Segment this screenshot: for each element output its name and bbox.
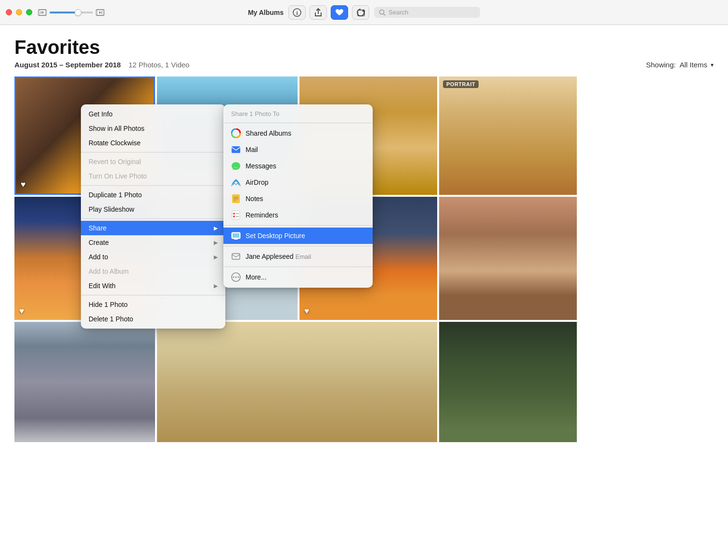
svg-marker-4 — [99, 11, 101, 14]
shared-albums-icon — [231, 128, 241, 138]
menu-item-label: Hide 1 Photo — [89, 301, 128, 308]
menu-item-rotate[interactable]: Rotate Clockwise — [81, 136, 225, 150]
submenu-item-notes[interactable]: Notes — [223, 191, 373, 207]
submenu-item-label: Shared Albums — [246, 129, 291, 137]
submenu-item-label: AirDrop — [246, 178, 268, 186]
context-menu: Get Info Show in All Photos Rotate Clock… — [81, 104, 225, 329]
share-button[interactable] — [310, 5, 327, 20]
svg-rect-13 — [232, 146, 240, 153]
photo-item[interactable]: PORTRAIT — [439, 76, 577, 195]
page-meta-row: August 2015 – September 2018 12 Photos, … — [14, 61, 714, 69]
slideshow-controls — [38, 9, 104, 16]
heart-icon: ♥ — [304, 306, 309, 316]
svg-text:...: ... — [234, 164, 238, 169]
photo-item[interactable] — [439, 197, 577, 320]
date-range: August 2015 – September 2018 — [14, 61, 121, 69]
submenu-arrow-icon: ▶ — [214, 225, 218, 231]
svg-point-24 — [233, 216, 235, 217]
svg-point-32 — [233, 277, 234, 278]
airdrop-icon — [231, 178, 241, 187]
menu-item-create[interactable]: Create ▶ — [81, 235, 225, 250]
submenu-item-label: Mail — [246, 146, 258, 153]
next-slideshow-icon[interactable] — [96, 9, 104, 16]
svg-point-33 — [238, 277, 239, 278]
showing-control[interactable]: Showing: All Items ▾ — [646, 61, 714, 69]
notes-icon — [231, 194, 241, 204]
share-submenu: Share 1 Photo To Shared Albums Mail ... … — [223, 104, 373, 288]
titlebar: My Albums i Search — [0, 0, 728, 25]
menu-item-add-to[interactable]: Add to ▶ — [81, 250, 225, 264]
menu-item-label: Play Slideshow — [89, 205, 134, 213]
zoom-slider[interactable] — [50, 12, 93, 13]
submenu-divider — [223, 267, 373, 267]
photo-item[interactable] — [14, 322, 155, 442]
search-box[interactable]: Search — [374, 7, 480, 18]
submenu-item-jane[interactable]: Jane Appleseed Email — [223, 248, 373, 265]
photo-item[interactable] — [439, 322, 577, 442]
menu-item-get-info[interactable]: Get Info — [81, 107, 225, 121]
menu-divider — [81, 185, 225, 186]
menu-item-label: Duplicate 1 Photo — [89, 191, 142, 199]
more-icon — [231, 272, 241, 282]
showing-label: Showing: — [646, 61, 676, 69]
submenu-header: Share 1 Photo To — [223, 107, 373, 121]
svg-point-22 — [233, 213, 235, 215]
submenu-arrow-icon: ▶ — [214, 240, 218, 246]
menu-item-label: Delete 1 Photo — [89, 315, 133, 323]
photo-item[interactable] — [157, 322, 437, 442]
submenu-arrow-icon: ▶ — [214, 254, 218, 260]
submenu-item-label: Messages — [246, 162, 276, 170]
submenu-item-label: Jane Appleseed Email — [246, 253, 311, 260]
svg-text:i: i — [297, 10, 298, 15]
submenu-divider — [223, 225, 373, 226]
favorite-button[interactable] — [331, 5, 348, 20]
titlebar-center: My Albums i Search — [248, 5, 480, 20]
submenu-item-more[interactable]: More... — [223, 269, 373, 285]
submenu-item-label: Set Desktop Picture — [246, 232, 305, 240]
close-button[interactable] — [6, 9, 12, 15]
rotate-button[interactable] — [352, 5, 369, 20]
submenu-item-messages[interactable]: ... Messages — [223, 158, 373, 174]
svg-marker-1 — [41, 11, 43, 14]
page-meta-left: August 2015 – September 2018 12 Photos, … — [14, 61, 189, 69]
titlebar-buttons: i — [288, 5, 369, 20]
menu-item-share[interactable]: Share ▶ — [81, 221, 225, 235]
mail-icon — [231, 145, 241, 154]
menu-item-show-all[interactable]: Show in All Photos — [81, 121, 225, 136]
email-icon — [231, 252, 241, 261]
submenu-divider — [223, 123, 373, 123]
menu-item-slideshow[interactable]: Play Slideshow — [81, 202, 225, 216]
svg-point-31 — [235, 277, 237, 278]
menu-item-label: Turn On Live Photo — [89, 172, 147, 180]
menu-item-label: Create — [89, 239, 109, 246]
menu-item-label: Share — [89, 224, 106, 232]
maximize-button[interactable] — [26, 9, 32, 15]
chevron-down-icon: ▾ — [711, 62, 714, 68]
menu-item-delete[interactable]: Delete 1 Photo — [81, 312, 225, 326]
menu-item-duplicate[interactable]: Duplicate 1 Photo — [81, 188, 225, 202]
submenu-item-mail[interactable]: Mail — [223, 141, 373, 158]
submenu-item-shared-albums[interactable]: Shared Albums — [223, 125, 373, 141]
svg-rect-27 — [233, 233, 239, 238]
menu-item-label: Show in All Photos — [89, 125, 144, 132]
search-placeholder: Search — [389, 9, 408, 16]
menu-item-label: Edit With — [89, 282, 116, 290]
minimize-button[interactable] — [16, 9, 22, 15]
menu-divider — [81, 295, 225, 295]
submenu-item-label: Reminders — [246, 211, 278, 219]
menu-item-label: Get Info — [89, 110, 113, 118]
menu-item-label: Add to — [89, 253, 108, 261]
submenu-item-airdrop[interactable]: AirDrop — [223, 174, 373, 191]
heart-icon: ♥ — [21, 180, 26, 190]
submenu-item-reminders[interactable]: Reminders — [223, 207, 373, 223]
menu-item-edit-with[interactable]: Edit With ▶ — [81, 279, 225, 293]
reminders-icon — [231, 210, 241, 220]
prev-slideshow-icon[interactable] — [38, 9, 47, 16]
submenu-item-set-desktop[interactable]: Set Desktop Picture — [223, 228, 373, 244]
traffic-lights — [6, 9, 32, 15]
heart-icon: ♥ — [19, 306, 24, 316]
menu-item-hide[interactable]: Hide 1 Photo — [81, 297, 225, 312]
menu-item-revert: Revert to Original — [81, 154, 225, 169]
info-button[interactable]: i — [288, 5, 306, 20]
messages-icon: ... — [231, 161, 241, 171]
